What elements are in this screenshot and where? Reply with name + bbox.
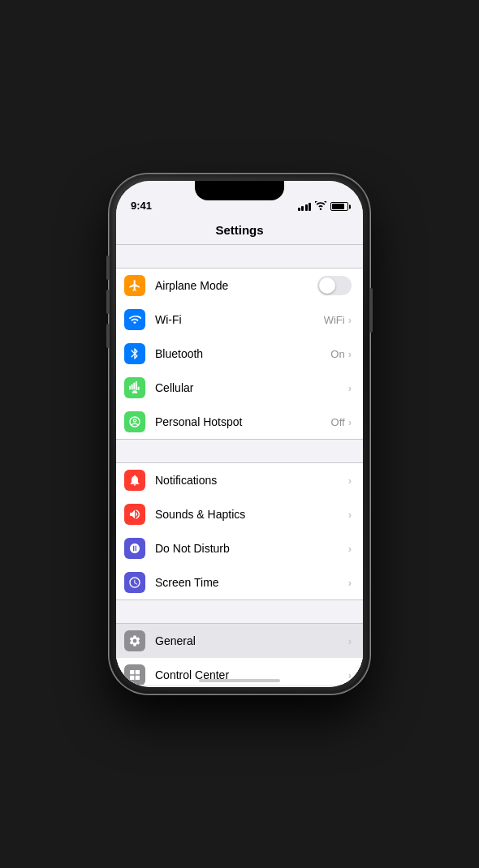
phone-screen: 9:41: [116, 181, 363, 687]
screentime-label: Screen Time: [155, 576, 348, 589]
page-title: Settings: [215, 223, 263, 237]
row-general[interactable]: General ›: [116, 624, 363, 658]
bluetooth-icon: [124, 343, 145, 364]
battery-fill: [332, 204, 344, 209]
notifications-label: Notifications: [155, 474, 348, 487]
hotspot-icon: [124, 411, 145, 432]
general-icon: [124, 630, 145, 651]
row-airplane-mode[interactable]: Airplane Mode: [116, 269, 363, 303]
cellular-icon: [124, 377, 145, 398]
notifications-icon: [124, 470, 145, 491]
bluetooth-label: Bluetooth: [155, 347, 330, 360]
row-notifications[interactable]: Notifications ›: [116, 463, 363, 497]
row-sounds[interactable]: Sounds & Haptics ›: [116, 497, 363, 531]
home-indicator: [199, 679, 280, 682]
signal-strength: [298, 203, 312, 211]
hotspot-chevron: ›: [348, 416, 352, 428]
hotspot-value: Off: [331, 416, 345, 428]
signal-bar-4: [309, 203, 311, 211]
notch: [195, 181, 284, 200]
bluetooth-value: On: [330, 348, 344, 360]
donotdisturb-icon: [124, 538, 145, 559]
section-gap-2: [116, 440, 363, 462]
wifi-value: WiFi: [324, 314, 345, 326]
airplane-mode-label: Airplane Mode: [155, 279, 317, 292]
wifi-icon: [315, 201, 326, 212]
wifi-label: Wi-Fi: [155, 313, 324, 326]
bluetooth-chevron: ›: [348, 348, 352, 360]
sounds-chevron: ›: [348, 509, 352, 521]
sounds-icon: [124, 504, 145, 525]
notifications-chevron: ›: [348, 475, 352, 487]
row-cellular[interactable]: Cellular ›: [116, 371, 363, 405]
wifi-chevron: ›: [348, 314, 352, 326]
row-hotspot[interactable]: Personal Hotspot Off ›: [116, 405, 363, 439]
screen-content: Settings Airplane Mode: [116, 217, 363, 687]
row-bluetooth[interactable]: Bluetooth On ›: [116, 337, 363, 371]
wifi-settings-icon: [124, 309, 145, 330]
phone-frame: 9:41: [110, 174, 369, 694]
nav-bar: Settings: [116, 217, 363, 245]
general-chevron: ›: [348, 635, 352, 647]
section-connectivity: Airplane Mode Wi-Fi WiFi: [116, 268, 363, 440]
signal-bar-1: [298, 208, 300, 211]
row-wifi[interactable]: Wi-Fi WiFi ›: [116, 303, 363, 337]
status-time: 9:41: [131, 200, 152, 212]
signal-bar-3: [305, 204, 308, 211]
battery-icon: [330, 202, 348, 211]
screentime-chevron: ›: [348, 577, 352, 589]
signal-bar-2: [301, 206, 304, 211]
donotdisturb-label: Do Not Disturb: [155, 542, 348, 555]
airplane-mode-toggle[interactable]: [317, 276, 352, 295]
section-gap-1: [116, 245, 363, 268]
general-label: General: [155, 634, 348, 647]
cellular-label: Cellular: [155, 381, 348, 394]
row-screentime[interactable]: Screen Time ›: [116, 565, 363, 599]
section-notifications: Notifications › Sounds & Haptics ›: [116, 462, 363, 600]
airplane-mode-toggle-thumb: [319, 277, 335, 294]
donotdisturb-chevron: ›: [348, 543, 352, 555]
section-system: General › Control Center ›: [116, 623, 363, 685]
controlcenter-icon: [124, 664, 145, 685]
section-gap-3: [116, 600, 363, 623]
status-icons: [298, 201, 349, 212]
hotspot-label: Personal Hotspot: [155, 415, 331, 428]
controlcenter-chevron: ›: [348, 669, 352, 681]
row-donotdisturb[interactable]: Do Not Disturb ›: [116, 531, 363, 565]
cellular-chevron: ›: [348, 382, 352, 394]
sounds-label: Sounds & Haptics: [155, 508, 348, 521]
screentime-icon: [124, 572, 145, 593]
airplane-mode-icon: [124, 275, 145, 296]
settings-list[interactable]: Airplane Mode Wi-Fi WiFi: [116, 245, 363, 685]
